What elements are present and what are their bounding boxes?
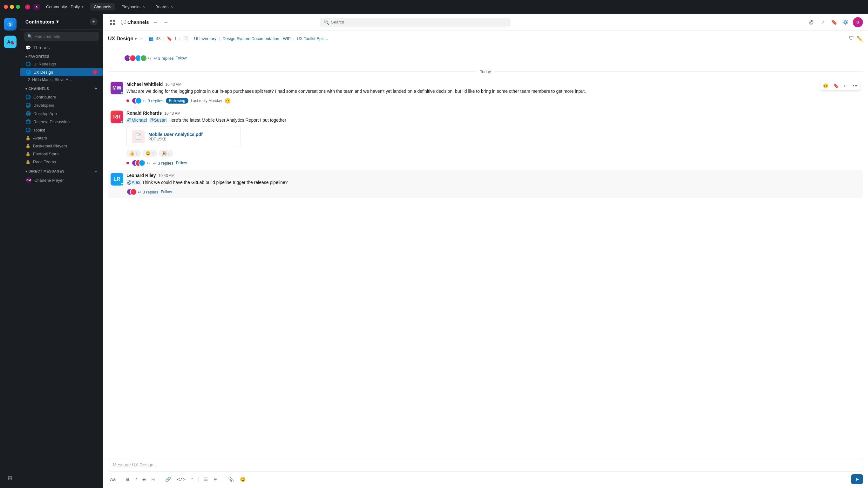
topbar-icons: @ ? 🔖 ⚙️ U bbox=[807, 17, 863, 27]
bookmark-button[interactable]: 🔖 bbox=[832, 82, 841, 90]
plus-count: +2 bbox=[148, 56, 152, 60]
dm-section-header[interactable]: ▾ DIRECT MESSAGES + bbox=[20, 166, 103, 175]
settings-icon[interactable]: ⚙️ bbox=[841, 18, 850, 27]
sidebar-item-release-discussion[interactable]: 🌐 Release Discussion bbox=[20, 118, 103, 126]
search-bar[interactable]: 🔍 bbox=[320, 18, 510, 27]
channel-link-design-system[interactable]: Design System Documentation - WIP bbox=[222, 36, 291, 41]
reply-button[interactable]: ↩ bbox=[842, 82, 849, 90]
channel-link-ux-toolkit[interactable]: UX Toolkit Epic... bbox=[297, 36, 328, 41]
apps-grid-icon[interactable] bbox=[108, 18, 117, 27]
dm-add-icon[interactable]: + bbox=[94, 169, 97, 174]
sidebar-item-football-stars[interactable]: 🔒 Football Stars bbox=[20, 150, 103, 158]
mention-susan[interactable]: @Susan bbox=[149, 118, 167, 123]
back-button[interactable]: ← bbox=[152, 18, 160, 26]
tab-community-daily[interactable]: Community - Daily ▾ bbox=[42, 3, 87, 10]
tab-playbooks[interactable]: Playbooks ✕ bbox=[118, 3, 149, 10]
at-icon[interactable]: @ bbox=[807, 18, 816, 27]
replies-link[interactable]: ↩ 3 replies bbox=[153, 56, 174, 61]
workspace-icon-ac[interactable]: Ac bbox=[4, 36, 17, 48]
lock-icon: 🔒 bbox=[25, 159, 31, 164]
follow-button-ronald[interactable]: Follow bbox=[176, 161, 187, 165]
tab-community-label: Community - Daily bbox=[46, 4, 80, 9]
list-ol-button[interactable]: ⊟ bbox=[212, 475, 220, 484]
channel-item-label: Basketball Players bbox=[33, 144, 67, 148]
sidebar-item-developers[interactable]: 🌐 Developers bbox=[20, 101, 103, 109]
follow-button-old[interactable]: Follow bbox=[176, 56, 187, 60]
avatar-small bbox=[138, 159, 146, 166]
replies-link-leonard[interactable]: ↩ 3 replies bbox=[138, 190, 158, 194]
following-badge[interactable]: Following bbox=[166, 98, 188, 103]
replies-link-michael[interactable]: ↩ 3 replies bbox=[143, 98, 163, 103]
question-icon[interactable]: ? bbox=[818, 18, 827, 27]
user-avatar-icon[interactable]: U bbox=[853, 17, 863, 27]
favorites-section-header[interactable]: ▾ FAVORITES bbox=[20, 52, 103, 60]
code-button[interactable]: </> bbox=[175, 475, 187, 484]
search-input[interactable] bbox=[331, 20, 507, 25]
sidebar-item-avatars[interactable]: 🔒 Avatars bbox=[20, 134, 103, 142]
quote-button[interactable]: " bbox=[189, 475, 195, 483]
close-button[interactable] bbox=[4, 5, 8, 9]
channel-search-input[interactable] bbox=[34, 34, 96, 39]
mention-alex[interactable]: @Alex bbox=[126, 180, 141, 185]
attachment-button[interactable]: 📎 bbox=[226, 475, 236, 484]
sidebar-item-basketball-players[interactable]: 🔒 Basketball Players bbox=[20, 142, 103, 150]
tab-playbooks-close[interactable]: ✕ bbox=[142, 5, 145, 9]
sender-name-ronald[interactable]: Ronald Richards bbox=[126, 111, 162, 116]
minimize-button[interactable] bbox=[10, 5, 14, 9]
strikethrough-button[interactable]: S bbox=[141, 475, 148, 483]
shield-icon[interactable]: 🛡 bbox=[849, 36, 854, 41]
channel-link-ui-inventory[interactable]: UI Inventory bbox=[194, 36, 216, 41]
sidebar-item-race-teams[interactable]: 🔒 Race Teams bbox=[20, 158, 103, 166]
channels-add-icon[interactable]: + bbox=[94, 86, 97, 92]
edit-icon[interactable]: ✏️ bbox=[857, 36, 863, 41]
format-button[interactable]: Aa bbox=[108, 475, 118, 483]
tab-boards-close[interactable]: ✕ bbox=[170, 5, 173, 9]
heading-button[interactable]: H bbox=[149, 475, 157, 483]
more-button[interactable]: ••• bbox=[851, 82, 860, 90]
bold-button[interactable]: B bbox=[124, 475, 131, 483]
workspace-icon-main[interactable]: S bbox=[4, 18, 17, 30]
replies-link-ronald[interactable]: ↩ 3 replies bbox=[153, 161, 174, 165]
sidebar-item-ui-redesign[interactable]: 🌐 UI Redesign bbox=[20, 60, 103, 68]
reaction-party[interactable]: 🎉 1 bbox=[159, 150, 173, 157]
channel-header: UX Design ▾ ☆ 👥 48 | 🔖 1 | 📄 | UI Invent… bbox=[103, 30, 868, 47]
tab-channels[interactable]: Channels bbox=[90, 3, 115, 10]
dm-item-hilda[interactable]: 2 Hilda Martin, Steve M... bbox=[20, 76, 103, 83]
sidebar-item-ux-design[interactable]: 🌐 UX Design 1 bbox=[20, 68, 103, 76]
apps-icon[interactable]: ⊞ bbox=[8, 475, 12, 482]
channels-section-header[interactable]: ▾ CHANNELS + bbox=[20, 83, 103, 93]
sidebar-item-contributors[interactable]: 🌐 Contributors bbox=[20, 93, 103, 101]
globe-icon: 🌐 bbox=[25, 69, 31, 75]
tab-boards[interactable]: Boards ✕ bbox=[152, 3, 177, 10]
lock-icon: 🔒 bbox=[25, 144, 31, 148]
sidebar-item-desktop-app[interactable]: 🌐 Desktop App bbox=[20, 109, 103, 118]
sidebar-add-button[interactable]: + bbox=[90, 18, 97, 25]
send-button[interactable]: ➤ bbox=[851, 474, 863, 484]
channel-dropdown-icon[interactable]: ▾ bbox=[135, 36, 136, 41]
sidebar-item-toolkit[interactable]: 🌐 Toolkit bbox=[20, 126, 103, 134]
react-button[interactable]: 😊 bbox=[821, 82, 830, 90]
fullscreen-button[interactable] bbox=[16, 5, 20, 9]
sidebar-item-dm-charlene[interactable]: CM Charlene Meyer bbox=[20, 175, 103, 185]
channel-star-icon[interactable]: ☆ bbox=[139, 36, 143, 41]
follow-button-leonard[interactable]: Follow bbox=[161, 190, 172, 194]
link-button[interactable]: 🔗 bbox=[163, 475, 173, 484]
sender-name-michael[interactable]: Michael Whitfield bbox=[126, 82, 163, 87]
sidebar-item-threads[interactable]: 💬 Threads bbox=[20, 43, 103, 52]
sender-name-leonard[interactable]: Leonard Riley bbox=[126, 173, 156, 178]
reaction-thumbs-up[interactable]: 👍 1 bbox=[126, 150, 141, 157]
tab-dropdown-icon[interactable]: ▾ bbox=[82, 5, 84, 9]
emoji-button[interactable]: 😊 bbox=[238, 475, 248, 484]
svg-rect-4 bbox=[110, 20, 112, 22]
file-attachment[interactable]: 📄 Mobile User Analytics.pdf PDF 15KB bbox=[126, 126, 241, 147]
mention-michael[interactable]: @Michael bbox=[126, 118, 148, 123]
italic-button[interactable]: I bbox=[133, 475, 138, 483]
lock-icon: 🔒 bbox=[25, 136, 31, 141]
message-input-box[interactable]: Message UX Design... bbox=[108, 458, 863, 472]
forward-button[interactable]: → bbox=[162, 18, 170, 26]
channel-search[interactable]: 🔍 bbox=[24, 32, 99, 41]
reaction-smile[interactable]: 😄 4 bbox=[143, 150, 157, 157]
bookmark-icon[interactable]: 🔖 bbox=[830, 18, 839, 27]
list-ul-button[interactable]: ☰ bbox=[202, 475, 210, 484]
workspace-name[interactable]: Contributors ▾ bbox=[25, 19, 59, 25]
